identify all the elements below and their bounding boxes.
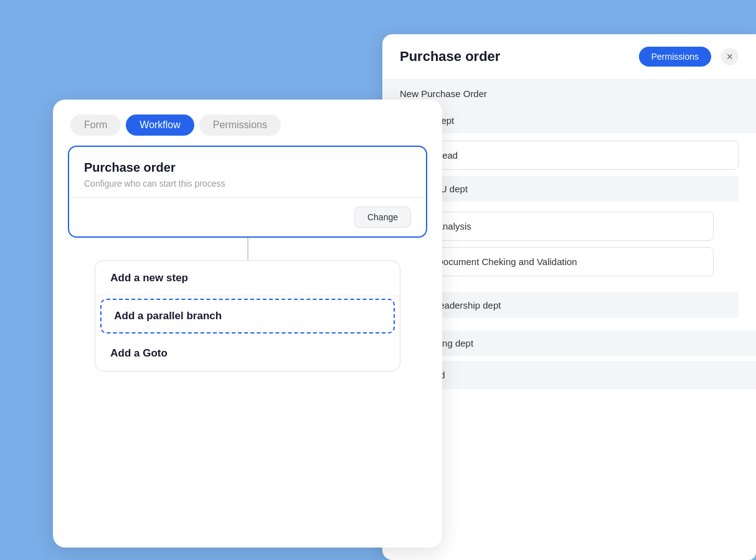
purchase-order-card-bottom: Change xyxy=(69,198,426,236)
leadership-dept-row[interactable]: ▼ Leadership dept xyxy=(400,292,739,318)
tab-form[interactable]: Form xyxy=(70,114,121,136)
add-new-step-option[interactable]: Add a new step xyxy=(95,261,399,296)
document-checking-box: Document Cheking and Validation xyxy=(425,247,714,276)
add-goto-option[interactable]: Add a Goto xyxy=(95,336,399,371)
close-button-right[interactable]: ✕ xyxy=(721,48,739,65)
right-panel-header: Purchase order Permissions ✕ xyxy=(382,34,756,80)
tab-permissions[interactable]: Permissions xyxy=(199,114,281,136)
tab-workflow[interactable]: Workflow xyxy=(126,114,194,136)
change-button[interactable]: Change xyxy=(354,207,411,228)
steps-box: Add a new step Add a parallel branch Add… xyxy=(95,260,400,371)
right-panel-title: Purchase order xyxy=(400,49,500,65)
leadership-dept-label: Leadership dept xyxy=(434,300,501,310)
bu-dept-items: Analysis Document Cheking and Validation xyxy=(400,207,739,287)
document-checking-label: Document Cheking and Validation xyxy=(437,256,577,267)
purchase-order-card: Purchase order Configure who can start t… xyxy=(68,146,427,238)
analysis-box: Analysis xyxy=(425,212,714,241)
permissions-button[interactable]: Permissions xyxy=(639,47,711,67)
purchase-order-card-title: Purchase order xyxy=(84,161,411,175)
workflow-main: Purchase order Configure who can start t… xyxy=(53,146,442,371)
left-panel: Form Workflow Permissions Purchase order… xyxy=(53,100,442,548)
add-parallel-branch-option[interactable]: Add a parallel branch xyxy=(100,299,394,334)
connector-line-1 xyxy=(247,238,248,260)
purchase-order-card-top: Purchase order Configure who can start t… xyxy=(69,147,426,198)
bu-dept-row[interactable]: ▼ BU dept xyxy=(400,176,739,202)
team-lead-box: Team Lead xyxy=(400,141,739,170)
purchase-order-card-subtitle: Configure who can start this process xyxy=(84,179,411,189)
tabs-container: Form Workflow Permissions xyxy=(53,100,442,146)
